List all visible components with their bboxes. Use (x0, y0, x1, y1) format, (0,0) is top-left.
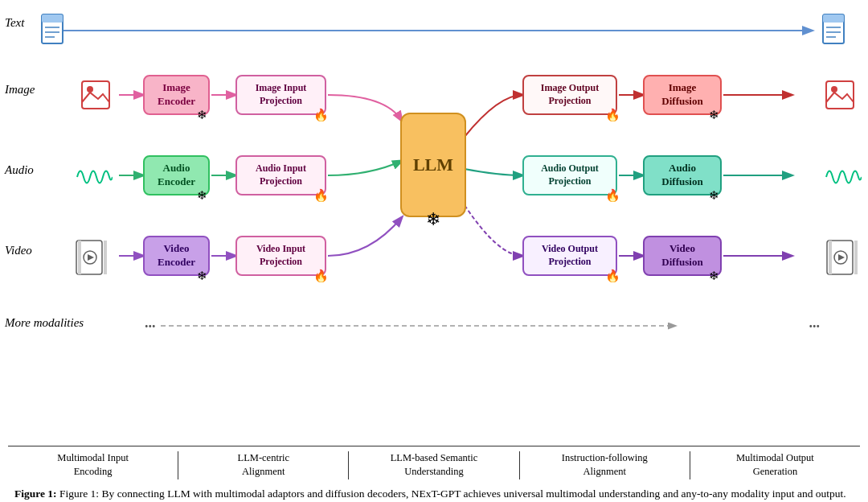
video-output-proj: Video OutputProjection (522, 236, 617, 276)
video-icon-left (74, 238, 111, 277)
text-doc-right-icon (820, 11, 850, 47)
audio-icon-right (823, 159, 863, 195)
caption-text: Figure 1: By connecting LLM with multimo… (59, 488, 846, 500)
llm-snowflake: ❄ (426, 209, 440, 230)
svg-rect-35 (854, 241, 858, 274)
more-dots-right: ··· (809, 319, 821, 335)
timeline-segment-3: LLM-based SemanticUnderstanding (348, 451, 518, 479)
svg-rect-29 (78, 241, 81, 274)
video-diffusion-snowflake: ❄ (709, 269, 719, 283)
label-audio: Audio (5, 163, 34, 177)
audio-diffusion-snowflake: ❄ (709, 188, 719, 203)
audio-input-proj-flame: 🔥 (313, 188, 329, 203)
image-diffusion-snowflake: ❄ (709, 108, 719, 122)
caption-bold: Figure 1: (14, 488, 57, 500)
svg-rect-24 (82, 81, 109, 109)
svg-rect-34 (829, 241, 832, 274)
label-more: More modalities (5, 316, 84, 330)
caption: Figure 1: Figure 1: By connecting LLM wi… (8, 483, 860, 502)
svg-rect-20 (823, 14, 844, 23)
audio-icon-left (74, 159, 114, 195)
audio-output-proj-flame: 🔥 (605, 188, 620, 203)
video-encoder-snowflake: ❄ (197, 269, 207, 283)
timeline-segment-4: Instruction-followingAlignment (519, 451, 690, 479)
audio-output-proj: Audio OutputProjection (522, 155, 617, 195)
image-encoder-snowflake: ❄ (197, 108, 207, 122)
llm-box: LLM (400, 113, 466, 217)
image-input-proj-flame: 🔥 (313, 108, 329, 122)
image-icon-left (79, 77, 113, 113)
timeline-segment-5: Multimodal OutputGeneration (690, 451, 860, 479)
video-input-proj-flame: 🔥 (313, 269, 329, 283)
svg-rect-30 (104, 241, 107, 274)
image-icon-right (823, 77, 857, 113)
label-image: Image (5, 83, 35, 97)
text-doc-left-icon (39, 11, 69, 47)
timeline-bar: Multimodal InputEncoding LLM-centricAlig… (8, 446, 860, 479)
label-text: Text (5, 16, 24, 30)
video-output-proj-flame: 🔥 (605, 269, 620, 283)
bottom-section: Multimodal InputEncoding LLM-centricAlig… (0, 446, 868, 502)
image-output-proj: Image OutputProjection (522, 75, 617, 115)
timeline-segment-2: LLM-centricAlignment (178, 451, 348, 479)
timeline-segment-1: Multimodal InputEncoding (8, 451, 178, 479)
label-video: Video (5, 244, 32, 257)
video-icon-right (825, 238, 862, 277)
image-output-proj-flame: 🔥 (605, 108, 620, 122)
diagram-container: Text Image Audio Video More modalities (0, 0, 868, 386)
svg-rect-15 (42, 14, 63, 23)
svg-rect-26 (826, 81, 854, 109)
audio-encoder-snowflake: ❄ (197, 188, 207, 203)
more-dots-left: ··· (145, 319, 156, 335)
